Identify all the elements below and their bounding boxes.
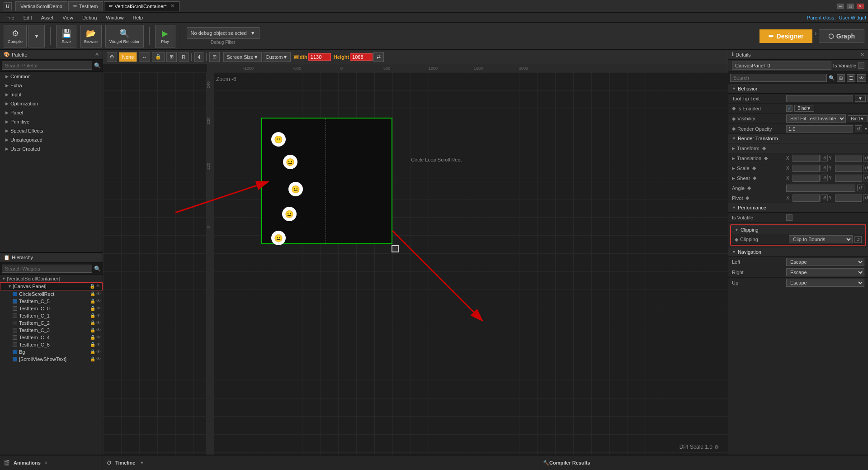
nav-left-select[interactable]: Escape bbox=[786, 258, 864, 266]
visibility-bind-button[interactable]: Bind▼ bbox=[848, 115, 868, 122]
palette-item-special-effects[interactable]: ▶ Special Effects bbox=[0, 126, 103, 135]
nav-right-select[interactable]: Escape bbox=[786, 268, 864, 276]
hierarchy-search-input[interactable] bbox=[2, 265, 92, 273]
details-search-icon[interactable]: 🔍 bbox=[829, 75, 835, 81]
section-behavior[interactable]: ▼ Behavior bbox=[728, 84, 868, 94]
canvas-grid-button[interactable]: ⊞ bbox=[166, 52, 177, 62]
browse-button[interactable]: 📂 Browse bbox=[80, 25, 102, 47]
eye-icon[interactable]: 👁 bbox=[96, 299, 101, 304]
angle-reset[interactable]: ↺ bbox=[857, 185, 864, 191]
designer-button[interactable]: ✏ Designer bbox=[760, 29, 813, 43]
canvas-grid2-button[interactable]: ⊡ bbox=[209, 52, 220, 62]
palette-item-panel[interactable]: ▶ Panel bbox=[0, 108, 103, 117]
menu-asset[interactable]: Asset bbox=[37, 14, 58, 21]
menu-edit[interactable]: Edit bbox=[19, 14, 37, 21]
hier-item-root[interactable]: ▼ [VerticalScrollContainer] bbox=[0, 275, 103, 282]
translation-x-input[interactable]: 0.0 bbox=[793, 155, 820, 162]
tooltip-dropdown[interactable]: ▼ bbox=[855, 95, 866, 102]
lock-icon[interactable]: 🔒 bbox=[90, 320, 95, 325]
menu-debug[interactable]: Debug bbox=[78, 14, 101, 21]
screen-rotate-button[interactable]: ⇄ bbox=[373, 52, 384, 62]
canvas-grid[interactable]: 240 230 220 0 Zoom -6 Circle Loop Scroll… bbox=[103, 72, 728, 455]
is-enabled-bind-button[interactable]: Bind▼ bbox=[794, 105, 814, 112]
clipping-select[interactable]: Clip to Bounds bbox=[789, 235, 853, 243]
hier-item-scrollviewshowtext[interactable]: [ScrollViewShowText] 🔒 👁 bbox=[0, 356, 103, 363]
grid-view-button[interactable]: ⊞ bbox=[837, 74, 845, 82]
tab-testitem[interactable]: ✏ TestItem bbox=[68, 1, 103, 11]
eye-icon[interactable]: 👁 bbox=[96, 291, 101, 296]
section-performance[interactable]: ▼ Performance bbox=[728, 203, 868, 213]
palette-item-input[interactable]: ▶ Input bbox=[0, 90, 103, 99]
is-variable-checkbox[interactable] bbox=[858, 62, 864, 69]
menu-window[interactable]: Window bbox=[101, 14, 128, 21]
hier-item-bg[interactable]: Bg 🔒 👁 bbox=[0, 348, 103, 356]
hier-item-testitem-c6[interactable]: TestItem_C_6 🔒 👁 bbox=[0, 341, 103, 348]
is-volatile-checkbox[interactable] bbox=[786, 214, 793, 221]
shear-y-input[interactable]: 0.0 bbox=[835, 175, 862, 182]
restore-button[interactable]: □ bbox=[846, 3, 854, 9]
hier-item-circlescrollrect[interactable]: CircleScrollRect 🔒 👁 bbox=[0, 290, 103, 298]
lock-icon[interactable]: 🔒 bbox=[90, 356, 95, 361]
pivot-y-reset[interactable]: ↺ bbox=[863, 195, 868, 201]
debug-object-dropdown[interactable]: No debug object selected ▼ bbox=[187, 27, 259, 39]
canvas-fit-button[interactable]: ⊕ bbox=[107, 52, 117, 62]
lock-icon[interactable]: 🔒 bbox=[90, 335, 95, 340]
graph-button[interactable]: ⬡ Graph bbox=[819, 29, 864, 43]
lock-icon[interactable]: 🔒 bbox=[90, 342, 95, 347]
custom-dropdown[interactable]: Custom ▼ bbox=[263, 52, 291, 62]
shear-x-input[interactable]: 0.0 bbox=[793, 175, 820, 182]
eye-icon[interactable]: 👁 bbox=[96, 284, 100, 289]
menu-file[interactable]: File bbox=[2, 14, 19, 21]
eye-icon[interactable]: 👁 bbox=[96, 313, 101, 318]
translation-y-input[interactable]: 0.0 bbox=[835, 155, 862, 162]
menu-view[interactable]: View bbox=[58, 14, 78, 21]
close-button[interactable]: ✕ bbox=[856, 3, 864, 9]
shear-x-reset[interactable]: ↺ bbox=[821, 175, 828, 181]
palette-item-optimization[interactable]: ▶ Optimization bbox=[0, 99, 103, 108]
timeline-expand[interactable]: ▼ bbox=[140, 461, 144, 465]
palette-search-icon[interactable]: 🔍 bbox=[94, 62, 101, 69]
scale-x-reset[interactable]: ↺ bbox=[821, 165, 828, 171]
details-search-input[interactable] bbox=[730, 74, 827, 82]
hierarchy-search-icon[interactable]: 🔍 bbox=[94, 266, 101, 272]
lock-icon[interactable]: 🔒 bbox=[90, 328, 95, 332]
list-view-button[interactable]: ☰ bbox=[847, 74, 855, 82]
canvas-area[interactable]: ⊕ None ↔ 🔒 ⊞ R 4 ⊡ Screen Size ▼ Custom … bbox=[103, 50, 728, 455]
is-enabled-checkbox[interactable] bbox=[786, 105, 793, 112]
play-button[interactable]: ▶ Play bbox=[155, 25, 175, 47]
hier-item-testitem-c0[interactable]: TestItem_C_0 🔒 👁 bbox=[0, 305, 103, 312]
angle-input[interactable]: 0.0 bbox=[786, 185, 855, 192]
settings-icon[interactable]: ⚙ bbox=[714, 444, 719, 450]
details-close-button[interactable]: ✕ bbox=[860, 52, 864, 57]
section-render-transform[interactable]: ▼ Render Transform bbox=[728, 134, 868, 143]
eye-icon[interactable]: 👁 bbox=[96, 335, 101, 340]
translation-y-reset[interactable]: ↺ bbox=[863, 155, 868, 161]
width-input[interactable] bbox=[308, 53, 331, 61]
hier-item-canvas-panel[interactable]: ▼ [Canvas Panel] 🔒 👁 bbox=[0, 282, 103, 290]
canvas-lock-button[interactable]: 🔒 bbox=[152, 52, 165, 62]
eye-icon[interactable]: 👁 bbox=[96, 356, 101, 361]
resize-handle[interactable] bbox=[392, 245, 399, 252]
canvas-4-button[interactable]: 4 bbox=[194, 52, 203, 62]
eye-icon[interactable]: 👁 bbox=[96, 349, 101, 354]
nav-up-select[interactable]: Escape bbox=[786, 279, 864, 287]
widget-name-input[interactable] bbox=[732, 62, 831, 70]
widget-reflector-button[interactable]: 🔍 Widget Reflector bbox=[105, 25, 144, 47]
height-input[interactable] bbox=[350, 53, 373, 61]
pivot-y-input[interactable]: 0.5 bbox=[835, 195, 862, 202]
palette-close-button[interactable]: ✕ bbox=[95, 52, 99, 57]
scale-x-input[interactable]: 1.0 bbox=[793, 165, 820, 172]
compile-button[interactable]: ⚙ Compile bbox=[4, 25, 27, 47]
section-navigation[interactable]: ▼ Navigation bbox=[728, 247, 868, 257]
minimize-button[interactable]: ─ bbox=[836, 3, 844, 9]
tooltip-input[interactable] bbox=[786, 95, 853, 102]
hier-item-testitem-c3[interactable]: TestItem_C_3 🔒 👁 bbox=[0, 327, 103, 334]
eye-icon[interactable]: 👁 bbox=[96, 342, 101, 347]
menu-help[interactable]: Help bbox=[128, 14, 147, 21]
palette-item-user-created[interactable]: ▶ User Created bbox=[0, 144, 103, 153]
pivot-x-reset[interactable]: ↺ bbox=[821, 195, 828, 201]
lock-icon[interactable]: 🔒 bbox=[90, 299, 95, 304]
render-opacity-input[interactable] bbox=[786, 125, 853, 133]
canvas-move-button[interactable]: ↔ bbox=[139, 52, 150, 62]
animations-close[interactable]: ✕ bbox=[44, 461, 48, 465]
